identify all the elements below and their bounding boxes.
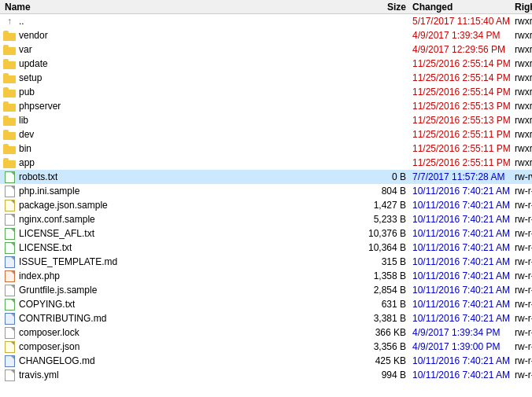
row-size: 1,427 B	[365, 200, 412, 211]
row-rights: rwxr-xr-x	[515, 86, 532, 97]
row-changed: 4/9/2017 12:29:56 PM	[412, 44, 515, 55]
row-name: php.ini.sample	[3, 185, 365, 197]
list-item[interactable]: nginx.conf.sample 5,233 B 10/11/2016 7:4…	[0, 212, 532, 226]
file-name: vendor	[19, 30, 48, 41]
row-size: 366 KB	[365, 327, 412, 338]
file-icon	[3, 298, 16, 311]
file-name: app	[19, 157, 35, 168]
row-changed: 5/17/2017 11:15:40 AM	[412, 16, 515, 27]
list-item[interactable]: php.ini.sample 804 B 10/11/2016 7:40:21 …	[0, 184, 532, 198]
row-changed: 11/25/2016 2:55:14 PM	[412, 86, 515, 97]
row-changed: 10/11/2016 7:40:21 AM	[412, 256, 515, 267]
row-changed: 11/25/2016 2:55:13 PM	[412, 101, 515, 112]
folder-icon	[3, 156, 16, 169]
row-changed: 10/11/2016 7:40:21 AM	[412, 369, 515, 380]
list-item[interactable]: composer.lock 366 KB 4/9/2017 1:39:34 PM…	[0, 325, 532, 340]
row-name: ↑ ..	[3, 15, 365, 28]
file-name: robots.txt	[19, 171, 57, 182]
row-size: 10,364 B	[365, 242, 412, 253]
row-name: travis.yml	[3, 369, 365, 381]
file-name: composer.json	[19, 341, 79, 352]
row-size: 804 B	[365, 186, 412, 197]
row-changed: 11/25/2016 2:55:14 PM	[412, 72, 515, 83]
row-name: lib	[3, 114, 365, 127]
row-size: 315 B	[365, 256, 412, 267]
row-name: COPYING.txt	[3, 298, 365, 311]
row-size: 10,376 B	[365, 228, 412, 239]
list-item[interactable]: travis.yml 994 B 10/11/2016 7:40:21 AM r…	[0, 368, 532, 382]
row-rights: rw-r--r--	[515, 270, 532, 281]
file-name: pub	[19, 86, 35, 97]
row-name: pub	[3, 86, 365, 98]
row-rights: rwxr-xr-x	[515, 143, 532, 154]
list-item[interactable]: app 11/25/2016 2:55:11 PM rwxr-xr-x	[0, 156, 532, 170]
row-changed: 10/11/2016 7:40:21 AM	[412, 299, 515, 310]
file-icon	[3, 241, 16, 254]
row-changed: 11/25/2016 2:55:11 PM	[412, 129, 515, 140]
list-item[interactable]: CONTRIBUTING.md 3,381 B 10/11/2016 7:40:…	[0, 311, 532, 325]
row-name: robots.txt	[3, 171, 365, 183]
list-item[interactable]: var 4/9/2017 12:29:56 PM rwxrwxrwx	[0, 42, 532, 57]
row-name: index.php	[3, 270, 365, 282]
row-rights: rwxr-xr-x	[515, 129, 532, 140]
file-icon	[3, 355, 16, 367]
folder-icon	[3, 100, 16, 112]
list-item[interactable]: setup 11/25/2016 2:55:14 PM rwxr-xr-x	[0, 71, 532, 85]
list-item[interactable]: LICENSE_AFL.txt 10,376 B 10/11/2016 7:40…	[0, 226, 532, 241]
list-item[interactable]: Gruntfile.js.sample 2,854 B 10/11/2016 7…	[0, 283, 532, 297]
row-name: CONTRIBUTING.md	[3, 312, 365, 325]
list-item[interactable]: robots.txt 0 B 7/7/2017 11:57:28 AM rw-r…	[0, 170, 532, 184]
file-name: php.ini.sample	[19, 186, 79, 197]
list-item[interactable]: vendor 4/9/2017 1:39:34 PM rwxr-xr-x	[0, 28, 532, 42]
row-name: phpserver	[3, 100, 365, 112]
file-name: setup	[19, 72, 42, 83]
row-size: 1,358 B	[365, 270, 412, 281]
list-item[interactable]: ↑ .. 5/17/2017 11:15:40 AM rwxrwxrwx	[0, 14, 532, 28]
file-name: ISSUE_TEMPLATE.md	[19, 256, 117, 267]
row-rights: rwxrwxrwx	[515, 16, 532, 27]
list-item[interactable]: COPYING.txt 631 B 10/11/2016 7:40:21 AM …	[0, 297, 532, 311]
row-rights: rw-r--r--	[515, 228, 532, 239]
row-name: composer.lock	[3, 326, 365, 339]
list-item[interactable]: dev 11/25/2016 2:55:11 PM rwxr-xr-x	[0, 127, 532, 142]
row-changed: 10/11/2016 7:40:21 AM	[412, 242, 515, 253]
row-changed: 10/11/2016 7:40:21 AM	[412, 200, 515, 211]
file-icon	[3, 340, 16, 353]
row-name: CHANGELOG.md	[3, 355, 365, 367]
list-item[interactable]: package.json.sample 1,427 B 10/11/2016 7…	[0, 198, 532, 212]
list-item[interactable]: composer.json 3,356 B 4/9/2017 1:39:00 P…	[0, 340, 532, 354]
file-icon	[3, 284, 16, 296]
file-icon	[3, 227, 16, 240]
list-item[interactable]: lib 11/25/2016 2:55:13 PM rwxr-xr-x	[0, 113, 532, 127]
list-item[interactable]: pub 11/25/2016 2:55:14 PM rwxr-xr-x	[0, 85, 532, 99]
list-item[interactable]: index.php 1,358 B 10/11/2016 7:40:21 AM …	[0, 269, 532, 283]
folder-icon	[3, 86, 16, 98]
list-item[interactable]: CHANGELOG.md 425 KB 10/11/2016 7:40:21 A…	[0, 354, 532, 368]
list-item[interactable]: bin 11/25/2016 2:55:11 PM rwxr-xr-x	[0, 142, 532, 156]
file-name: dev	[19, 129, 34, 140]
file-name: update	[19, 58, 48, 69]
file-name: LICENSE.txt	[19, 242, 72, 253]
file-icon	[3, 213, 16, 226]
folder-icon	[3, 142, 16, 155]
row-rights: rw-r--r--	[515, 186, 532, 197]
folder-icon	[3, 114, 16, 127]
file-icon	[3, 312, 16, 325]
row-rights: rwxrwxrwx	[515, 44, 532, 55]
file-manager[interactable]: Name Size Changed Rights ↑ .. 5/17/2017 …	[0, 0, 532, 397]
folder-icon	[3, 57, 16, 70]
row-rights: rw-r--r--	[515, 313, 532, 324]
col-size-header: Size	[365, 2, 412, 13]
row-changed: 7/7/2017 11:57:28 AM	[412, 171, 515, 182]
row-rights: rwxr-xr-x	[515, 101, 532, 112]
row-name: Gruntfile.js.sample	[3, 284, 365, 296]
row-name: ISSUE_TEMPLATE.md	[3, 255, 365, 268]
list-item[interactable]: ISSUE_TEMPLATE.md 315 B 10/11/2016 7:40:…	[0, 255, 532, 269]
list-item[interactable]: phpserver 11/25/2016 2:55:13 PM rwxr-xr-…	[0, 99, 532, 113]
row-rights: rw-r--r--	[515, 299, 532, 310]
file-name: composer.lock	[19, 327, 79, 338]
list-item[interactable]: update 11/25/2016 2:55:14 PM rwxr-xr-x	[0, 57, 532, 71]
row-name: dev	[3, 128, 365, 141]
file-icon	[3, 326, 16, 339]
list-item[interactable]: LICENSE.txt 10,364 B 10/11/2016 7:40:21 …	[0, 241, 532, 255]
